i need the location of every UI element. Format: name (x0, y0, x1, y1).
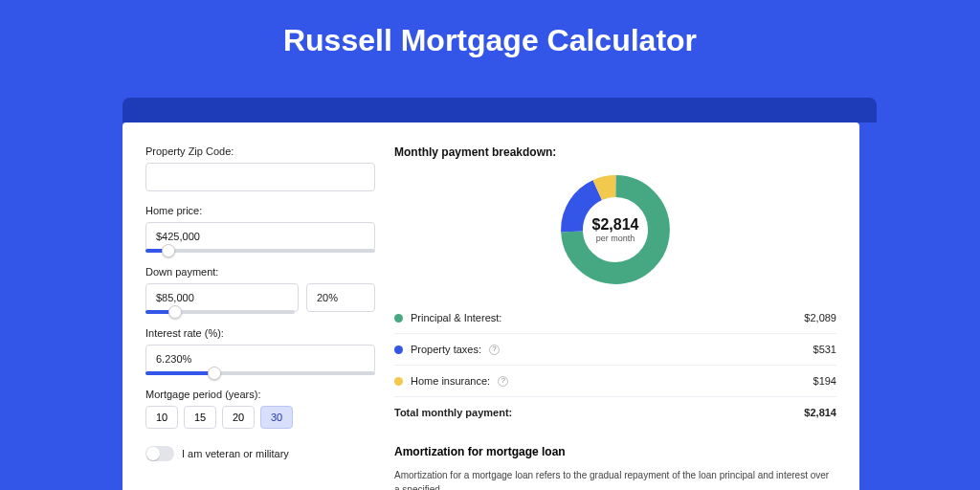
veteran-toggle[interactable] (145, 446, 174, 461)
total-value: $2,814 (804, 407, 836, 418)
legend-value: $531 (813, 344, 836, 355)
home-price-slider[interactable] (145, 249, 375, 253)
payment-donut-chart: $2,814 per month (558, 172, 673, 287)
down-payment-pct-input[interactable] (306, 283, 375, 312)
period-group: 10152030 (145, 406, 375, 429)
legend-total-row: Total monthly payment: $2,814 (394, 397, 836, 428)
help-icon[interactable]: ? (498, 376, 508, 387)
legend-row: Property taxes:?$531 (394, 334, 836, 366)
interest-slider[interactable] (145, 371, 375, 375)
donut-wrap: $2,814 per month (394, 172, 836, 287)
amort-text: Amortization for a mortgage loan refers … (394, 468, 836, 490)
donut-sub: per month (596, 234, 635, 243)
help-icon[interactable]: ? (489, 345, 500, 355)
breakdown-panel: Monthly payment breakdown: $2,814 per mo… (394, 145, 836, 490)
breakdown-title: Monthly payment breakdown: (394, 145, 836, 159)
home-price-input[interactable] (145, 222, 375, 251)
legend-list: Principal & Interest:$2,089Property taxe… (394, 302, 836, 397)
down-payment-label: Down payment: (145, 266, 375, 278)
period-label: Mortgage period (years): (145, 389, 375, 400)
legend-label: Home insurance: (411, 375, 490, 387)
interest-input[interactable] (145, 345, 375, 373)
period-btn-30[interactable]: 30 (260, 406, 293, 429)
card-top-shadow (122, 98, 877, 122)
page-title: Russell Mortgage Calculator (0, 0, 980, 81)
amort-title: Amortization for mortgage loan (394, 445, 836, 458)
home-price-label: Home price: (145, 205, 375, 216)
legend-value: $2,089 (804, 312, 836, 323)
interest-label: Interest rate (%): (145, 327, 375, 339)
calculator-card: Property Zip Code: Home price: Down paym… (122, 122, 859, 490)
legend-dot-icon (394, 314, 403, 323)
legend-dot-icon (394, 345, 403, 354)
veteran-label: I am veteran or military (182, 448, 289, 459)
legend-value: $194 (813, 375, 836, 387)
donut-amount: $2,814 (592, 216, 639, 234)
total-label: Total monthly payment: (394, 407, 512, 418)
legend-row: Home insurance:?$194 (394, 366, 836, 397)
form-panel: Property Zip Code: Home price: Down paym… (145, 145, 375, 490)
legend-row: Principal & Interest:$2,089 (394, 302, 836, 334)
period-btn-20[interactable]: 20 (222, 406, 255, 429)
period-btn-15[interactable]: 15 (184, 406, 216, 429)
legend-label: Principal & Interest: (411, 312, 501, 323)
legend-label: Property taxes: (411, 344, 481, 355)
zip-input[interactable] (145, 163, 375, 191)
period-btn-10[interactable]: 10 (145, 406, 178, 429)
toggle-knob (146, 447, 160, 460)
down-payment-slider[interactable] (145, 310, 295, 314)
legend-dot-icon (394, 377, 403, 386)
zip-label: Property Zip Code: (145, 145, 375, 157)
